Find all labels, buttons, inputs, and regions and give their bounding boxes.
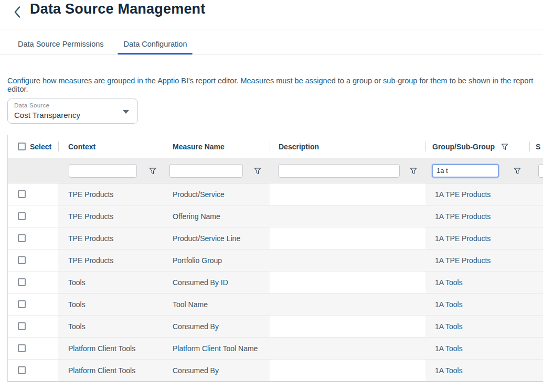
partial-filter-input[interactable]	[538, 164, 543, 178]
measure-name-value: Portfolio Group	[173, 256, 222, 265]
tab-data-configuration[interactable]: Data Configuration	[121, 36, 190, 57]
group-sub-group-cell[interactable]: 1A Tools	[425, 360, 529, 381]
row-select-cell	[8, 293, 58, 315]
context-value: Platform Client Tools	[68, 366, 135, 375]
measure-name-value: Product/Service Line	[173, 234, 240, 243]
measure-name-cell: Platform Client Tool Name	[165, 337, 270, 359]
select-all-checkbox[interactable]	[18, 143, 26, 150]
measure-name-value: Consumed By	[173, 322, 219, 331]
filter-cell-description	[270, 158, 425, 183]
row-checkbox[interactable]	[18, 300, 26, 308]
measure-name-cell: Consumed By ID	[165, 271, 270, 293]
data-source-dropdown-value: Cost Transparency	[14, 111, 80, 119]
chevron-left-icon	[14, 6, 21, 18]
measure-name-cell: Product/Service Line	[165, 227, 270, 249]
column-header-context[interactable]: Context	[58, 135, 165, 158]
group-sub-group-cell[interactable]: 1A Tools	[425, 315, 529, 337]
filter-funnel-icon[interactable]	[514, 167, 521, 175]
description-filter-input[interactable]	[278, 164, 400, 178]
context-cell: Platform Client Tools	[58, 337, 165, 359]
description-cell[interactable]	[270, 227, 425, 249]
context-value: Tools	[68, 300, 86, 309]
row-trailing-cell	[529, 227, 543, 249]
context-cell: Platform Client Tools	[58, 360, 165, 381]
row-trailing-cell	[529, 360, 543, 381]
row-trailing-cell	[529, 205, 543, 227]
group-sub-group-cell[interactable]: 1A Tools	[425, 271, 529, 293]
filter-funnel-icon[interactable]	[254, 167, 261, 175]
group-sub-group-cell[interactable]: 1A TPE Products	[425, 227, 529, 249]
row-checkbox[interactable]	[18, 256, 26, 264]
table-row: TPE Products Product/Service Line 1A TPE…	[8, 227, 543, 249]
column-header-select-label: Select	[30, 143, 51, 151]
data-source-dropdown-label: Data Source	[14, 102, 49, 108]
description-cell[interactable]	[270, 205, 425, 227]
filter-cell-group-sub-group	[425, 158, 529, 183]
context-value: Tools	[68, 322, 86, 331]
row-trailing-cell	[529, 271, 543, 293]
filter-cell-select	[8, 158, 58, 183]
column-header-measure-name[interactable]: Measure Name	[165, 135, 270, 158]
group-sub-group-value: 1A Tools	[435, 322, 463, 331]
context-filter-input[interactable]	[69, 164, 137, 178]
measure-name-cell: Consumed By	[165, 315, 270, 337]
tab-data-source-permissions[interactable]: Data Source Permissions	[15, 36, 107, 57]
row-select-cell	[8, 337, 58, 359]
column-header-description-label: Description	[279, 143, 319, 151]
group-sub-group-value: 1A TPE Products	[435, 190, 491, 199]
description-cell[interactable]	[270, 315, 425, 337]
group-sub-group-value: 1A Tools	[435, 278, 463, 287]
column-header-group-sub-group[interactable]: Group/Sub-Group	[425, 135, 529, 158]
group-sub-group-cell[interactable]: 1A Tools	[425, 337, 529, 359]
table-row: Platform Client Tools Consumed By 1A Too…	[8, 360, 543, 382]
column-header-partial[interactable]: S	[529, 135, 543, 158]
context-value: TPE Products	[68, 256, 113, 265]
description-cell[interactable]	[270, 360, 425, 381]
column-header-select: Select	[8, 135, 58, 158]
description-cell[interactable]	[270, 183, 425, 205]
row-select-cell	[8, 205, 58, 227]
column-separator	[165, 141, 165, 151]
row-checkbox[interactable]	[18, 190, 26, 198]
row-checkbox[interactable]	[18, 322, 26, 330]
caret-down-icon	[123, 110, 129, 114]
context-cell: Tools	[58, 315, 165, 337]
group-sub-group-cell[interactable]: 1A Tools	[425, 293, 529, 315]
description-cell[interactable]	[270, 337, 425, 359]
column-header-partial-label: S	[536, 143, 540, 151]
description-cell[interactable]	[270, 249, 425, 271]
row-checkbox[interactable]	[18, 234, 26, 242]
row-checkbox[interactable]	[18, 278, 26, 286]
description-cell[interactable]	[270, 293, 425, 315]
context-cell: Tools	[58, 271, 165, 293]
context-cell: TPE Products	[58, 227, 165, 249]
description-cell[interactable]	[270, 271, 425, 293]
table-header-row: Select Context Measure Name Description …	[8, 135, 543, 158]
group-sub-group-filter-input[interactable]	[432, 164, 499, 178]
measure-name-filter-input[interactable]	[169, 164, 243, 178]
row-checkbox[interactable]	[18, 366, 26, 374]
column-separator	[529, 141, 530, 151]
column-header-description[interactable]: Description	[270, 135, 425, 158]
page-title: Data Source Management	[30, 1, 206, 17]
measure-name-value: Platform Client Tool Name	[173, 344, 258, 353]
table-row: Tools Consumed By ID 1A Tools	[8, 271, 543, 293]
row-checkbox[interactable]	[18, 344, 26, 352]
table-row: TPE Products Offering Name 1A TPE Produc…	[8, 205, 543, 227]
group-sub-group-cell[interactable]: 1A TPE Products	[425, 183, 529, 205]
measure-name-value: Offering Name	[173, 212, 220, 221]
context-value: Tools	[68, 278, 86, 287]
back-button[interactable]	[10, 5, 24, 19]
row-select-cell	[8, 271, 58, 293]
filter-funnel-icon[interactable]	[149, 167, 156, 175]
context-value: TPE Products	[68, 212, 113, 221]
filter-funnel-icon[interactable]	[501, 143, 508, 150]
group-sub-group-cell[interactable]: 1A TPE Products	[425, 205, 529, 227]
row-checkbox[interactable]	[18, 212, 26, 220]
group-sub-group-cell[interactable]: 1A TPE Products	[425, 249, 529, 271]
measure-name-cell: Consumed By	[165, 360, 270, 381]
column-separator	[425, 141, 426, 151]
filter-funnel-icon[interactable]	[410, 167, 417, 175]
group-sub-group-value: 1A TPE Products	[435, 234, 491, 243]
data-source-dropdown[interactable]: Data Source Cost Transparency	[7, 99, 138, 124]
